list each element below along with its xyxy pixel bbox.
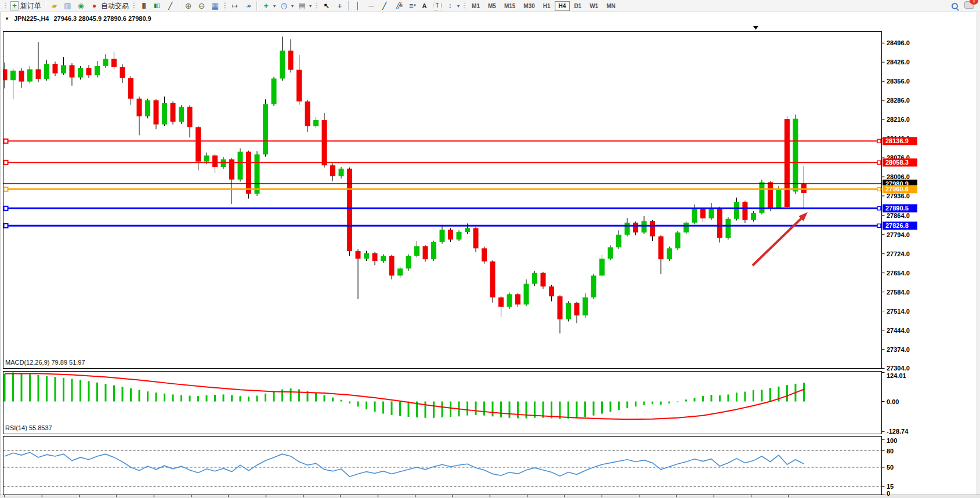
toolbar-button-label: 自动交易 xyxy=(101,1,129,11)
svg-text:28286.0: 28286.0 xyxy=(887,97,910,104)
text-icon xyxy=(420,1,429,10)
auto-trading-button[interactable]: 自动交易 xyxy=(88,1,131,12)
toolbar-separator xyxy=(45,1,46,10)
trendline-button[interactable] xyxy=(378,1,391,12)
svg-text:27936.0: 27936.0 xyxy=(887,192,910,199)
news-button[interactable] xyxy=(74,1,88,12)
cursor-icon xyxy=(321,1,331,10)
svg-text:-128.74: -128.74 xyxy=(887,428,909,435)
auto-scroll-button[interactable] xyxy=(241,1,255,12)
svg-text:100: 100 xyxy=(887,437,897,444)
chart-shift-icon xyxy=(230,1,240,10)
toolbar-button-label: 新订单 xyxy=(20,1,41,11)
svg-text:28006.0: 28006.0 xyxy=(887,173,910,180)
svg-text:28426.0: 28426.0 xyxy=(887,59,910,66)
market-watch-button[interactable] xyxy=(61,1,74,12)
channel-icon xyxy=(393,1,403,10)
toolbar-grip xyxy=(464,2,465,10)
templates-button[interactable]: ▾ xyxy=(295,1,313,12)
toolbar: 新订单自动交易▾▾▾▾M1M5M15M30H1H4D1W1MN1 xyxy=(0,0,980,12)
svg-text:27826.8: 27826.8 xyxy=(885,222,909,229)
bar-chart-button[interactable] xyxy=(137,1,150,12)
fibonacci-button[interactable] xyxy=(404,1,418,12)
tick-chart-button[interactable] xyxy=(48,1,61,12)
chevron-down-icon: ▾ xyxy=(291,3,294,9)
svg-text:27654.0: 27654.0 xyxy=(887,270,910,277)
notifications-button[interactable]: 1 xyxy=(964,1,974,11)
label-icon xyxy=(433,2,442,10)
svg-text:15: 15 xyxy=(887,483,894,490)
candlestick-button[interactable] xyxy=(150,1,164,12)
timeframe-m15[interactable]: M15 xyxy=(500,1,519,11)
zoom-in-icon xyxy=(183,1,193,10)
horizontal-line-button[interactable] xyxy=(364,1,378,12)
chevron-down-icon: ▾ xyxy=(457,3,460,9)
line-chart-button[interactable] xyxy=(164,1,177,12)
timeframe-h1[interactable]: H1 xyxy=(539,1,555,11)
toolbar-grip xyxy=(133,2,135,10)
toolbar-separator xyxy=(256,1,258,10)
svg-text:27584.0: 27584.0 xyxy=(887,289,910,296)
macd-indicator-label: MACD(12,26,9) 79.89 51.97 xyxy=(5,359,85,366)
zoom-in-button[interactable] xyxy=(182,1,195,12)
timeframe-w1[interactable]: W1 xyxy=(585,1,602,11)
timeframe-d1[interactable]: D1 xyxy=(570,1,585,11)
symbol-dropdown-icon[interactable]: ▼ xyxy=(5,16,9,21)
svg-text:50: 50 xyxy=(887,464,894,471)
ohlc-values: 27946.3 28045.9 27890.6 27980.9 xyxy=(53,15,151,22)
tile-windows-button[interactable] xyxy=(208,1,222,12)
chart-canvas[interactable]: 28496.028426.028356.028286.028216.028146… xyxy=(0,12,980,498)
line-chart-icon xyxy=(165,1,175,10)
svg-text:28496.0: 28496.0 xyxy=(887,39,910,46)
search-button[interactable] xyxy=(949,1,961,12)
toolbar-grip xyxy=(224,2,226,10)
text-button[interactable] xyxy=(418,1,431,12)
svg-text:28058.3: 28058.3 xyxy=(885,159,909,166)
candlestick-icon xyxy=(152,1,162,10)
periods-button[interactable]: ▾ xyxy=(277,1,295,12)
zoom-out-button[interactable] xyxy=(195,1,208,12)
chart-shift-button[interactable] xyxy=(228,1,241,12)
channel-button[interactable] xyxy=(391,1,404,12)
svg-text:27444.0: 27444.0 xyxy=(887,327,910,334)
templates-icon xyxy=(297,1,307,10)
crosshair-button[interactable] xyxy=(333,1,346,12)
svg-text:27890.5: 27890.5 xyxy=(885,205,909,212)
toolbar-grip xyxy=(5,2,6,10)
periods-icon xyxy=(279,1,289,10)
symbol-period-label: JPN225-,H4 xyxy=(14,15,49,22)
timeframe-mn[interactable]: MN xyxy=(602,1,620,11)
svg-text:27724.0: 27724.0 xyxy=(887,250,910,257)
new-order-icon xyxy=(10,1,19,10)
tick-chart-icon xyxy=(49,1,59,10)
arrows-button[interactable]: ▾ xyxy=(443,1,461,12)
vertical-line-icon xyxy=(353,1,363,10)
svg-text:27960.6: 27960.6 xyxy=(885,186,909,192)
chart-window: 28496.028426.028356.028286.028216.028146… xyxy=(0,12,980,498)
vertical-line-button[interactable] xyxy=(351,1,364,12)
chevron-down-icon: ▾ xyxy=(273,3,276,9)
svg-text:27864.0: 27864.0 xyxy=(887,212,910,219)
timeframe-m30[interactable]: M30 xyxy=(519,1,538,11)
tile-windows-icon xyxy=(210,1,220,10)
trendline-icon xyxy=(379,1,389,10)
timeframe-h4[interactable]: H4 xyxy=(555,1,570,11)
rsi-indicator-label: RSI(14) 55.8537 xyxy=(5,424,52,431)
chart-title: ▼ JPN225-,H4 27946.3 28045.9 27890.6 279… xyxy=(5,15,151,22)
toolbar-right-group: 1 xyxy=(949,1,978,12)
news-icon xyxy=(76,1,86,10)
crosshair-icon xyxy=(335,1,345,10)
svg-text:80: 80 xyxy=(887,448,894,455)
svg-text:0.00: 0.00 xyxy=(887,398,899,405)
cursor-button[interactable] xyxy=(320,1,333,12)
timeframe-m1[interactable]: M1 xyxy=(468,1,484,11)
indicators-button[interactable]: ▾ xyxy=(259,1,277,12)
toolbar-separator xyxy=(179,1,180,10)
label-button[interactable] xyxy=(431,1,443,12)
notification-badge: 1 xyxy=(970,0,978,5)
arrows-icon xyxy=(445,1,455,10)
svg-text:27304.0: 27304.0 xyxy=(887,365,910,372)
new-order-button[interactable]: 新订单 xyxy=(9,1,43,12)
timeframe-m5[interactable]: M5 xyxy=(484,1,500,11)
svg-text:28136.9: 28136.9 xyxy=(885,137,909,144)
